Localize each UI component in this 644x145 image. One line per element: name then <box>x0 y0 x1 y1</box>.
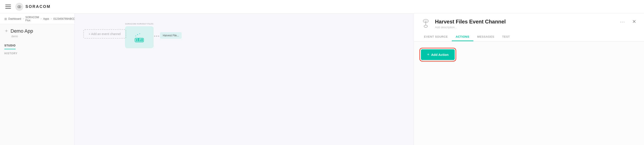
add-channel-label: + Add an event channel <box>88 32 121 36</box>
side-sheet-header: Harvest Files Event Channel Add descript… <box>414 13 644 41</box>
add-event-channel-button[interactable]: + Add an event channel <box>83 29 126 38</box>
logo: SORACOM <box>15 3 51 11</box>
tab-messages[interactable]: MESSAGES <box>473 33 498 41</box>
side-sheet-icon <box>420 18 432 29</box>
breadcrumb-sep-1: > <box>22 17 24 20</box>
breadcrumb-sep-2: > <box>40 17 42 20</box>
svg-point-6 <box>135 35 136 36</box>
svg-rect-4 <box>140 39 141 41</box>
soracom-logo-icon <box>15 3 23 11</box>
side-sheet-title: Harvest Files Event Channel <box>435 19 506 25</box>
tab-test[interactable]: TEST <box>498 33 514 41</box>
breadcrumb-grid-icon: ⊞ <box>4 17 7 20</box>
connector <box>154 35 159 37</box>
tab-event-source[interactable]: EVENT SOURCE <box>420 33 452 41</box>
svg-point-8 <box>139 33 140 34</box>
canvas-area: + Add an event channel SORACOM HARVEST F… <box>74 13 414 145</box>
breadcrumb-item-flux[interactable]: SORACOM Flux <box>26 16 39 22</box>
breadcrumb-sep-3: > <box>50 17 52 20</box>
nav-studio[interactable]: STUDIO <box>4 42 16 49</box>
svg-point-0 <box>15 3 23 11</box>
node-box <box>125 26 154 48</box>
svg-point-9 <box>424 25 428 27</box>
add-action-plus-icon: + <box>427 52 430 57</box>
side-sheet-action-buttons: ··· ✕ <box>618 18 638 25</box>
svg-rect-2 <box>136 39 137 41</box>
app-info: ✦ Demo App demo <box>0 24 74 40</box>
harvest-channel-icon <box>420 18 432 29</box>
breadcrumb-item-apps[interactable]: Apps <box>43 17 49 20</box>
svg-rect-5 <box>142 39 142 41</box>
add-action-button[interactable]: + Add Action <box>421 49 455 60</box>
side-sheet-description[interactable]: Add description... <box>435 26 506 29</box>
hamburger-button[interactable] <box>4 4 12 10</box>
breadcrumb-item-dashboard[interactable]: Dashboard <box>8 17 21 20</box>
svg-rect-3 <box>138 38 139 41</box>
logo-circle <box>15 3 23 11</box>
add-action-label: Add Action <box>431 53 448 56</box>
tab-content-actions: + Add Action <box>414 41 644 145</box>
breadcrumb: ⊞ Dashboard > SORACOM Flux > Apps > 0123… <box>0 13 74 24</box>
tab-actions[interactable]: ACTIONS <box>452 33 473 41</box>
star-icon: ✦ <box>4 28 8 34</box>
nav-history[interactable]: HISTORY <box>4 50 70 57</box>
side-sheet: Harvest Files Event Channel Add descript… <box>414 13 644 145</box>
close-button[interactable]: ✕ <box>630 18 638 25</box>
more-options-button[interactable]: ··· <box>618 18 627 25</box>
harvest-node-icon <box>133 31 146 43</box>
app-title: Demo App <box>10 28 33 34</box>
logo-text: SORACOM <box>26 4 51 9</box>
tab-bar: EVENT SOURCE ACTIONS MESSAGES TEST <box>420 33 638 41</box>
svg-point-7 <box>137 34 138 35</box>
harvest-label-node[interactable]: Harvest File... <box>160 32 182 39</box>
app-subtitle: demo <box>12 35 70 38</box>
node-label: SORACOM HARVEST FILES <box>125 23 154 25</box>
harvest-node[interactable]: SORACOM HARVEST FILES <box>125 23 154 48</box>
